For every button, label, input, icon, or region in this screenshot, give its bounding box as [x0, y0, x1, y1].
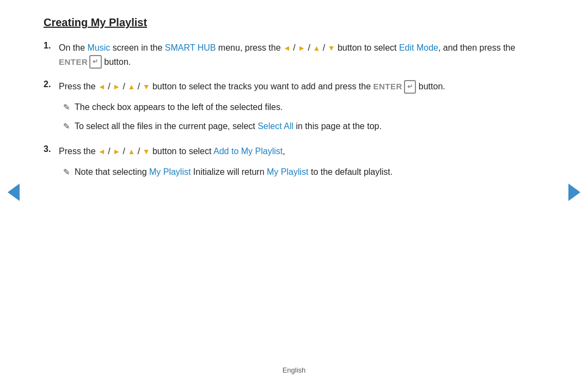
note-text-2-2: To select all the files in the current p… — [75, 119, 382, 133]
my-playlist-highlight-1: My Playlist — [149, 167, 191, 176]
page-title: Creating My Playlist — [44, 16, 544, 29]
arrow-down-1: ▼ — [328, 42, 335, 54]
footer-language: English — [283, 366, 306, 374]
page-container: Creating My Playlist On the Music screen… — [0, 0, 588, 206]
enter-icon-1 — [89, 55, 102, 69]
enter-button-1: ENTER — [59, 55, 102, 69]
note-3-1: ✎ Note that selecting My Playlist Initia… — [63, 165, 544, 179]
enter-icon-2 — [404, 80, 416, 94]
add-playlist-highlight: Add to My Playlist — [213, 147, 283, 156]
arrow-down-2: ▼ — [143, 81, 150, 93]
arrow-right-3: ► — [113, 145, 120, 157]
note-2-2: ✎ To select all the files in the current… — [63, 119, 544, 133]
enter-button-2: ENTER — [373, 80, 416, 94]
arrow-left-1: ◄ — [283, 42, 291, 54]
step-3-text: Press the ◄ / ► / ▲ / ▼ button to select… — [59, 144, 544, 159]
step-2: Press the ◄ / ► / ▲ / ▼ button to select… — [44, 80, 544, 133]
arrow-up-3: ▲ — [127, 145, 135, 157]
arrow-right-2: ► — [113, 81, 120, 93]
step-3-notes: ✎ Note that selecting My Playlist Initia… — [63, 165, 544, 179]
step-2-text: Press the ◄ / ► / ▲ / ▼ button to select… — [59, 80, 544, 94]
note-icon-2-2: ✎ — [63, 120, 70, 133]
nav-arrow-left[interactable] — [8, 184, 20, 201]
step-2-notes: ✎ The check box appears to the left of t… — [63, 100, 544, 133]
my-playlist-highlight-2: My Playlist — [267, 167, 308, 176]
steps-list: On the Music screen in the SMART HUB men… — [44, 41, 544, 179]
note-text-3-1: Note that selecting My Playlist Initiali… — [75, 165, 393, 179]
arrow-up-1: ▲ — [313, 42, 320, 54]
arrow-right-1: ► — [298, 42, 305, 54]
arrow-up-2: ▲ — [127, 81, 135, 93]
arrow-down-3: ▼ — [143, 145, 150, 157]
note-2-1: ✎ The check box appears to the left of t… — [63, 100, 544, 114]
music-highlight: Music — [87, 43, 110, 52]
edit-mode-highlight: Edit Mode — [399, 43, 438, 52]
note-text-2-1: The check box appears to the left of the… — [75, 100, 283, 114]
nav-arrow-right[interactable] — [568, 184, 580, 201]
step-3: Press the ◄ / ► / ▲ / ▼ button to select… — [44, 144, 544, 179]
note-icon-3-1: ✎ — [63, 166, 70, 179]
step-1-text: On the Music screen in the SMART HUB men… — [59, 41, 544, 69]
arrow-left-2: ◄ — [98, 81, 106, 93]
arrow-left-3: ◄ — [98, 145, 106, 157]
note-icon-2-1: ✎ — [63, 101, 70, 114]
select-all-highlight: Select All — [258, 121, 293, 131]
smart-hub-highlight: SMART HUB — [165, 43, 216, 52]
step-1: On the Music screen in the SMART HUB men… — [44, 41, 544, 69]
